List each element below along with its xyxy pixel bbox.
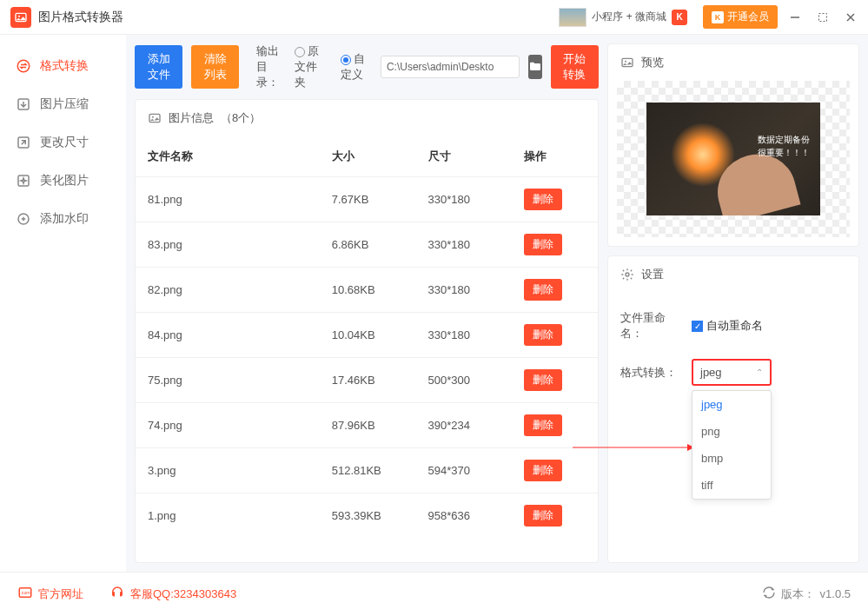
cell-name: 83.png (148, 238, 332, 251)
table-row[interactable]: 83.png6.86KB330*180删除 (136, 222, 598, 267)
cell-size: 512.81KB (332, 464, 428, 477)
table-row[interactable]: 1.png593.39KB958*636删除 (136, 493, 598, 538)
rename-row: 文件重命名： ✓自动重命名 (620, 301, 846, 350)
settings-panel: 设置 文件重命名： ✓自动重命名 格式转换： jpeg ⌃ jpeg (607, 255, 859, 563)
cell-size: 17.46KB (332, 374, 428, 387)
cell-size: 7.67KB (332, 193, 428, 206)
vip-button[interactable]: K 开通会员 (703, 5, 778, 29)
delete-button[interactable]: 删除 (524, 189, 562, 210)
cell-name: 75.png (148, 374, 332, 387)
preview-header: 预览 (608, 44, 858, 81)
add-file-button[interactable]: 添加文件 (135, 45, 182, 89)
format-label: 格式转换： (620, 365, 683, 381)
cell-dim: 330*180 (428, 283, 525, 296)
promo-thumbnail (559, 8, 586, 27)
sidebar-item-resize[interactable]: 更改尺寸 (16, 123, 126, 162)
titlebar: 图片格式转换器 小程序 + 微商城 K K 开通会员 (0, 0, 868, 35)
preview-icon (620, 56, 634, 70)
col-name: 文件名称 (148, 149, 332, 164)
sparkle-icon (16, 173, 31, 189)
cell-dim: 330*180 (428, 193, 525, 206)
cell-dim: 330*180 (428, 328, 525, 341)
table-row[interactable]: 84.png10.04KB330*180删除 (136, 312, 598, 357)
col-act: 操作 (524, 149, 586, 164)
customer-service-link[interactable]: 客服QQ:3234303643 (109, 585, 236, 603)
cell-name: 74.png (148, 419, 332, 432)
sidebar-item-compress[interactable]: 图片压缩 (16, 85, 126, 123)
sidebar-item-label: 图片压缩 (40, 96, 89, 112)
settings-header: 设置 (608, 256, 858, 293)
delete-button[interactable]: 删除 (524, 505, 562, 527)
radio-custom-folder[interactable]: 自定义 (341, 51, 365, 83)
col-dim: 尺寸 (428, 149, 525, 164)
toolbar: 添加文件 清除列表 输出目录： 原文件夹 自定义 开始转换 (135, 43, 599, 90)
headset-icon (109, 585, 125, 603)
app-logo (10, 7, 31, 28)
version-link[interactable]: 版本： v1.0.5 (762, 586, 851, 602)
sidebar-item-label: 美化图片 (40, 173, 89, 189)
sidebar-item-label: 格式转换 (40, 58, 89, 74)
official-site-link[interactable]: .com 官方网址 (17, 585, 83, 603)
svg-rect-11 (149, 114, 160, 122)
start-convert-button[interactable]: 开始转换 (551, 45, 599, 89)
format-dropdown: jpeg png bmp tiff (692, 390, 772, 500)
svg-point-15 (626, 273, 629, 276)
sidebar: 格式转换 图片压缩 更改尺寸 美化图片 添加水印 (0, 35, 126, 572)
image-icon (148, 111, 162, 125)
swap-icon (16, 58, 31, 74)
delete-button[interactable]: 删除 (524, 369, 562, 391)
vip-badge-icon: K (712, 11, 724, 23)
table-panel-header: 图片信息（8个） (136, 100, 598, 136)
maximize-button[interactable] (816, 10, 830, 24)
gear-icon (620, 268, 634, 282)
radio-original-folder[interactable]: 原文件夹 (295, 43, 325, 90)
svg-rect-3 (819, 13, 827, 21)
table-row[interactable]: 82.png10.68KB330*180删除 (136, 267, 598, 312)
sidebar-item-label: 更改尺寸 (40, 135, 89, 150)
cell-size: 87.96KB (332, 419, 428, 432)
cell-dim: 958*636 (428, 509, 525, 522)
preview-title: 预览 (641, 55, 664, 70)
close-button[interactable] (844, 10, 858, 24)
sidebar-item-beautify[interactable]: 美化图片 (16, 162, 126, 200)
output-label: 输出目录： (256, 43, 286, 90)
delete-button[interactable]: 删除 (524, 234, 562, 255)
settings-title: 设置 (641, 267, 664, 282)
cell-name: 84.png (148, 328, 332, 341)
delete-button[interactable]: 删除 (524, 279, 562, 301)
table-row[interactable]: 3.png512.81KB594*370删除 (136, 447, 598, 493)
cell-dim: 594*370 (428, 464, 525, 477)
preview-panel: 预览 数据定期备份很重要！！！ (607, 43, 859, 247)
rename-label: 文件重命名： (620, 310, 683, 341)
format-select[interactable]: jpeg ⌃ jpeg png bmp tiff (692, 359, 772, 386)
browse-folder-button[interactable] (528, 55, 542, 79)
cell-size: 10.04KB (332, 328, 428, 341)
clear-list-button[interactable]: 清除列表 (191, 45, 239, 89)
delete-button[interactable]: 删除 (524, 324, 562, 346)
minimize-button[interactable] (788, 10, 802, 24)
table-row[interactable]: 74.png87.96KB390*234删除 (136, 402, 598, 447)
app-title: 图片格式转换器 (38, 10, 123, 25)
promo-text: 小程序 + 微商城 (592, 10, 666, 24)
promo-area[interactable]: 小程序 + 微商城 K (559, 8, 687, 27)
format-option-jpeg[interactable]: jpeg (692, 391, 771, 418)
sidebar-item-label: 添加水印 (40, 211, 89, 227)
format-option-tiff[interactable]: tiff (692, 472, 771, 499)
sidebar-item-watermark[interactable]: 添加水印 (16, 200, 126, 238)
format-option-bmp[interactable]: bmp (692, 445, 771, 472)
file-table-panel: 图片信息（8个） 文件名称 大小 尺寸 操作 81.png7.67KB330*1… (135, 99, 599, 563)
cell-name: 82.png (148, 283, 332, 296)
delete-button[interactable]: 删除 (524, 460, 562, 481)
cell-dim: 500*300 (428, 374, 525, 387)
cell-dim: 390*234 (428, 419, 525, 432)
output-path-input[interactable] (381, 56, 520, 78)
svg-point-1 (18, 15, 20, 17)
auto-rename-checkbox[interactable]: ✓自动重命名 (692, 318, 763, 334)
table-row[interactable]: 81.png7.67KB330*180删除 (136, 176, 598, 222)
table-row[interactable]: 75.png17.46KB500*300删除 (136, 357, 598, 402)
resize-icon (16, 135, 31, 150)
format-option-png[interactable]: png (692, 418, 771, 445)
sidebar-item-format[interactable]: 格式转换 (16, 47, 126, 85)
table-title: 图片信息 (169, 110, 214, 126)
delete-button[interactable]: 删除 (524, 414, 562, 436)
